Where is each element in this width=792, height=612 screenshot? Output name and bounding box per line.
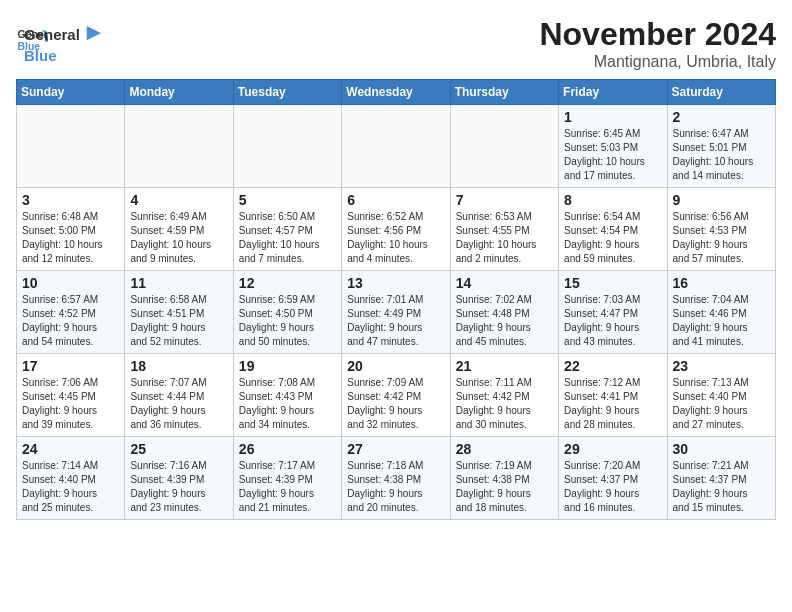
calendar-cell: 8Sunrise: 6:54 AMSunset: 4:54 PMDaylight… [559,188,667,271]
calendar-cell: 27Sunrise: 7:18 AMSunset: 4:38 PMDayligh… [342,437,450,520]
day-number: 4 [130,192,227,208]
dow-header-wednesday: Wednesday [342,80,450,105]
calendar-cell: 17Sunrise: 7:06 AMSunset: 4:45 PMDayligh… [17,354,125,437]
day-number: 20 [347,358,444,374]
day-number: 18 [130,358,227,374]
day-info: Sunrise: 7:01 AMSunset: 4:49 PMDaylight:… [347,293,444,349]
day-info: Sunrise: 7:03 AMSunset: 4:47 PMDaylight:… [564,293,661,349]
day-info: Sunrise: 7:08 AMSunset: 4:43 PMDaylight:… [239,376,336,432]
day-info: Sunrise: 6:54 AMSunset: 4:54 PMDaylight:… [564,210,661,266]
day-number: 25 [130,441,227,457]
title-area: November 2024 Mantignana, Umbria, Italy [539,16,776,71]
calendar-cell: 7Sunrise: 6:53 AMSunset: 4:55 PMDaylight… [450,188,558,271]
calendar-cell: 9Sunrise: 6:56 AMSunset: 4:53 PMDaylight… [667,188,775,271]
day-info: Sunrise: 7:12 AMSunset: 4:41 PMDaylight:… [564,376,661,432]
day-info: Sunrise: 6:56 AMSunset: 4:53 PMDaylight:… [673,210,770,266]
calendar-cell [342,105,450,188]
day-info: Sunrise: 7:14 AMSunset: 4:40 PMDaylight:… [22,459,119,515]
day-number: 2 [673,109,770,125]
dow-header-monday: Monday [125,80,233,105]
day-info: Sunrise: 6:59 AMSunset: 4:50 PMDaylight:… [239,293,336,349]
day-info: Sunrise: 7:02 AMSunset: 4:48 PMDaylight:… [456,293,553,349]
calendar-cell: 12Sunrise: 6:59 AMSunset: 4:50 PMDayligh… [233,271,341,354]
header: General Blue General Blue General► Blue … [16,16,776,71]
logo-text: General► Blue [24,18,106,65]
calendar-cell: 13Sunrise: 7:01 AMSunset: 4:49 PMDayligh… [342,271,450,354]
day-number: 16 [673,275,770,291]
day-number: 17 [22,358,119,374]
day-number: 23 [673,358,770,374]
calendar-cell [450,105,558,188]
day-number: 7 [456,192,553,208]
day-number: 10 [22,275,119,291]
calendar-cell [125,105,233,188]
day-info: Sunrise: 6:58 AMSunset: 4:51 PMDaylight:… [130,293,227,349]
day-info: Sunrise: 6:53 AMSunset: 4:55 PMDaylight:… [456,210,553,266]
calendar-cell: 11Sunrise: 6:58 AMSunset: 4:51 PMDayligh… [125,271,233,354]
day-info: Sunrise: 6:57 AMSunset: 4:52 PMDaylight:… [22,293,119,349]
calendar-cell: 22Sunrise: 7:12 AMSunset: 4:41 PMDayligh… [559,354,667,437]
day-info: Sunrise: 7:04 AMSunset: 4:46 PMDaylight:… [673,293,770,349]
day-info: Sunrise: 6:45 AMSunset: 5:03 PMDaylight:… [564,127,661,183]
calendar-cell: 3Sunrise: 6:48 AMSunset: 5:00 PMDaylight… [17,188,125,271]
calendar-cell: 19Sunrise: 7:08 AMSunset: 4:43 PMDayligh… [233,354,341,437]
day-number: 14 [456,275,553,291]
calendar-cell: 14Sunrise: 7:02 AMSunset: 4:48 PMDayligh… [450,271,558,354]
calendar-cell: 4Sunrise: 6:49 AMSunset: 4:59 PMDaylight… [125,188,233,271]
day-number: 15 [564,275,661,291]
day-number: 19 [239,358,336,374]
day-info: Sunrise: 6:49 AMSunset: 4:59 PMDaylight:… [130,210,227,266]
day-info: Sunrise: 7:07 AMSunset: 4:44 PMDaylight:… [130,376,227,432]
day-number: 6 [347,192,444,208]
day-info: Sunrise: 7:06 AMSunset: 4:45 PMDaylight:… [22,376,119,432]
calendar-cell: 30Sunrise: 7:21 AMSunset: 4:37 PMDayligh… [667,437,775,520]
day-info: Sunrise: 7:21 AMSunset: 4:37 PMDaylight:… [673,459,770,515]
calendar-cell: 20Sunrise: 7:09 AMSunset: 4:42 PMDayligh… [342,354,450,437]
day-info: Sunrise: 6:50 AMSunset: 4:57 PMDaylight:… [239,210,336,266]
calendar-cell: 21Sunrise: 7:11 AMSunset: 4:42 PMDayligh… [450,354,558,437]
calendar-cell: 6Sunrise: 6:52 AMSunset: 4:56 PMDaylight… [342,188,450,271]
day-number: 13 [347,275,444,291]
dow-header-friday: Friday [559,80,667,105]
calendar-cell: 16Sunrise: 7:04 AMSunset: 4:46 PMDayligh… [667,271,775,354]
day-number: 30 [673,441,770,457]
calendar-cell: 25Sunrise: 7:16 AMSunset: 4:39 PMDayligh… [125,437,233,520]
calendar-cell: 23Sunrise: 7:13 AMSunset: 4:40 PMDayligh… [667,354,775,437]
day-number: 26 [239,441,336,457]
calendar-cell: 1Sunrise: 6:45 AMSunset: 5:03 PMDaylight… [559,105,667,188]
calendar-cell: 28Sunrise: 7:19 AMSunset: 4:38 PMDayligh… [450,437,558,520]
day-number: 5 [239,192,336,208]
dow-header-saturday: Saturday [667,80,775,105]
day-number: 28 [456,441,553,457]
calendar-cell: 5Sunrise: 6:50 AMSunset: 4:57 PMDaylight… [233,188,341,271]
day-info: Sunrise: 6:47 AMSunset: 5:01 PMDaylight:… [673,127,770,183]
calendar-cell: 15Sunrise: 7:03 AMSunset: 4:47 PMDayligh… [559,271,667,354]
day-info: Sunrise: 6:48 AMSunset: 5:00 PMDaylight:… [22,210,119,266]
dow-header-thursday: Thursday [450,80,558,105]
day-info: Sunrise: 7:17 AMSunset: 4:39 PMDaylight:… [239,459,336,515]
calendar-cell: 29Sunrise: 7:20 AMSunset: 4:37 PMDayligh… [559,437,667,520]
day-info: Sunrise: 7:16 AMSunset: 4:39 PMDaylight:… [130,459,227,515]
day-info: Sunrise: 7:19 AMSunset: 4:38 PMDaylight:… [456,459,553,515]
day-info: Sunrise: 7:11 AMSunset: 4:42 PMDaylight:… [456,376,553,432]
month-title: November 2024 [539,16,776,53]
calendar-cell: 18Sunrise: 7:07 AMSunset: 4:44 PMDayligh… [125,354,233,437]
day-info: Sunrise: 7:20 AMSunset: 4:37 PMDaylight:… [564,459,661,515]
calendar-cell: 2Sunrise: 6:47 AMSunset: 5:01 PMDaylight… [667,105,775,188]
logo: General Blue General Blue General► Blue [16,16,106,65]
day-number: 29 [564,441,661,457]
dow-header-sunday: Sunday [17,80,125,105]
calendar-cell [17,105,125,188]
day-number: 8 [564,192,661,208]
day-info: Sunrise: 7:18 AMSunset: 4:38 PMDaylight:… [347,459,444,515]
day-number: 21 [456,358,553,374]
day-number: 24 [22,441,119,457]
day-info: Sunrise: 6:52 AMSunset: 4:56 PMDaylight:… [347,210,444,266]
day-number: 27 [347,441,444,457]
calendar-cell: 26Sunrise: 7:17 AMSunset: 4:39 PMDayligh… [233,437,341,520]
day-info: Sunrise: 7:13 AMSunset: 4:40 PMDaylight:… [673,376,770,432]
day-number: 1 [564,109,661,125]
day-number: 12 [239,275,336,291]
day-number: 11 [130,275,227,291]
dow-header-tuesday: Tuesday [233,80,341,105]
